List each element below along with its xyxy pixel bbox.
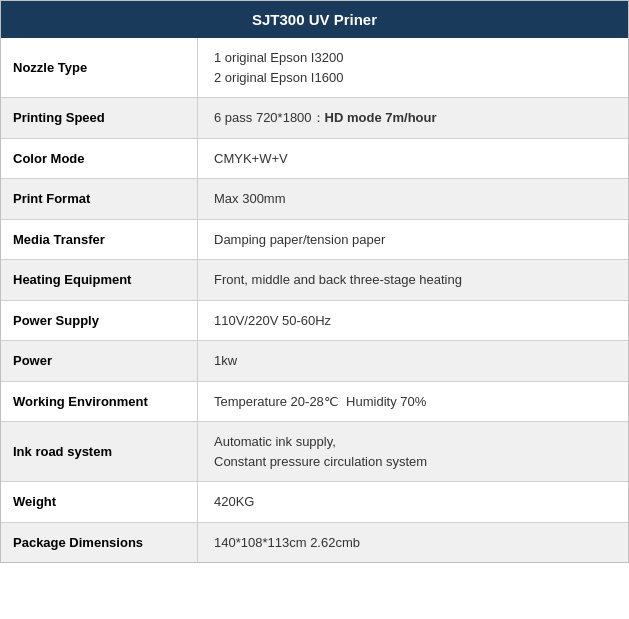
specs-table: SJT300 UV Priner Nozzle Type 1 original …	[0, 0, 629, 563]
row-value-power-supply: 110V/220V 50-60Hz	[198, 301, 628, 341]
table-row: Power Supply 110V/220V 50-60Hz	[1, 301, 628, 342]
table-row: Ink road system Automatic ink supply,Con…	[1, 422, 628, 482]
table-title: SJT300 UV Priner	[252, 11, 377, 28]
table-row: Heating Equipment Front, middle and back…	[1, 260, 628, 301]
table-row: Package Dimensions 140*108*113cm 2.62cmb	[1, 523, 628, 563]
table-header: SJT300 UV Priner	[1, 1, 628, 38]
row-value-nozzle-type: 1 original Epson I32002 original Epson I…	[198, 38, 628, 97]
row-value-package-dimensions: 140*108*113cm 2.62cmb	[198, 523, 628, 563]
table-row: Nozzle Type 1 original Epson I32002 orig…	[1, 38, 628, 98]
table-row: Weight 420KG	[1, 482, 628, 523]
row-value-color-mode: CMYK+W+V	[198, 139, 628, 179]
row-label-print-format: Print Format	[1, 179, 198, 219]
row-label-power: Power	[1, 341, 198, 381]
row-label-printing-speed: Printing Speed	[1, 98, 198, 138]
row-label-weight: Weight	[1, 482, 198, 522]
table-row: Print Format Max 300mm	[1, 179, 628, 220]
row-label-working-environment: Working Environment	[1, 382, 198, 422]
row-value-heating-equipment: Front, middle and back three-stage heati…	[198, 260, 628, 300]
table-row: Working Environment Temperature 20-28℃ H…	[1, 382, 628, 423]
row-value-ink-road-system: Automatic ink supply,Constant pressure c…	[198, 422, 628, 481]
row-value-weight: 420KG	[198, 482, 628, 522]
row-label-color-mode: Color Mode	[1, 139, 198, 179]
row-label-nozzle-type: Nozzle Type	[1, 38, 198, 97]
table-row: Printing Speed 6 pass 720*1800：HD mode 7…	[1, 98, 628, 139]
row-label-ink-road-system: Ink road system	[1, 422, 198, 481]
row-label-heating-equipment: Heating Equipment	[1, 260, 198, 300]
printing-speed-bold: HD mode 7m/hour	[325, 110, 437, 125]
row-value-power: 1kw	[198, 341, 628, 381]
row-value-printing-speed: 6 pass 720*1800：HD mode 7m/hour	[198, 98, 628, 138]
row-label-media-transfer: Media Transfer	[1, 220, 198, 260]
table-row: Color Mode CMYK+W+V	[1, 139, 628, 180]
row-value-media-transfer: Damping paper/tension paper	[198, 220, 628, 260]
row-value-working-environment: Temperature 20-28℃ Humidity 70%	[198, 382, 628, 422]
table-row: Media Transfer Damping paper/tension pap…	[1, 220, 628, 261]
row-value-print-format: Max 300mm	[198, 179, 628, 219]
table-row: Power 1kw	[1, 341, 628, 382]
row-label-package-dimensions: Package Dimensions	[1, 523, 198, 563]
row-label-power-supply: Power Supply	[1, 301, 198, 341]
